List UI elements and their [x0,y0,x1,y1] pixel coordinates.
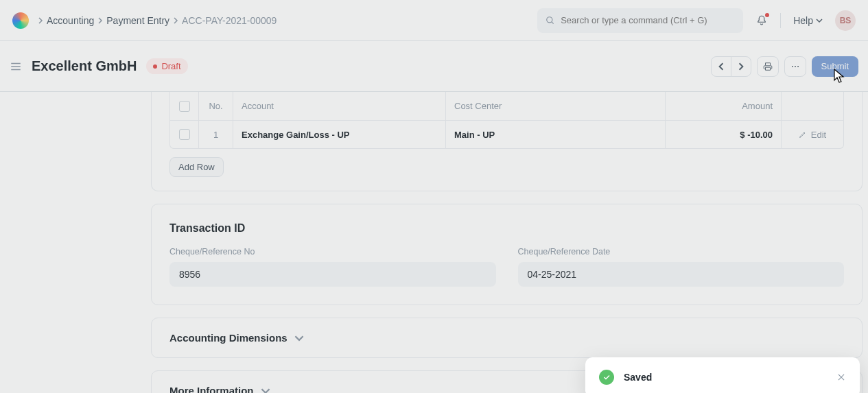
chevron-down-icon [261,386,270,394]
notifications-icon[interactable] [755,14,768,27]
accounting-dimensions-card: Accounting Dimensions [151,318,863,358]
toast-text: Saved [624,372,652,383]
help-label: Help [793,15,813,26]
toast-saved: Saved [585,357,860,393]
cheque-ref-date-label: Cheque/Reference Date [518,247,845,257]
svg-point-1 [792,66,793,67]
svg-point-0 [547,16,552,22]
field-cheque-ref-date: Cheque/Reference Date 04-25-2021 [518,247,845,287]
accounting-dimensions-label: Accounting Dimensions [169,332,288,344]
transaction-id-card: Transaction ID Cheque/Reference No 8956 … [151,204,863,305]
toast-close-button[interactable] [836,372,846,382]
search-icon [546,16,555,25]
cheque-ref-no-label: Cheque/Reference No [169,247,496,257]
header-no: No. [199,92,233,120]
breadcrumb-current: ACC-PAY-2021-00009 [182,15,277,26]
add-row-button[interactable]: Add Row [169,157,224,177]
more-menu-button[interactable] [784,56,806,77]
close-icon [836,372,846,382]
chevron-down-icon [294,333,304,343]
header-checkbox-cell [170,92,199,120]
page-title: Excellent GmbH [32,58,137,74]
row-checkbox[interactable] [179,129,190,140]
select-all-checkbox[interactable] [179,101,190,112]
table-header-row: No. Account Cost Center Amount [170,92,843,121]
help-menu[interactable]: Help [793,15,823,26]
row-edit-button[interactable]: Edit [799,130,826,140]
chevron-right-icon [172,17,179,24]
breadcrumb-accounting[interactable]: Accounting [47,15,94,26]
table-row[interactable]: 1 Exchange Gain/Loss - UP Main - UP $ -1… [170,121,843,148]
page-toolbar: Excellent GmbH Draft Submit [0,41,868,92]
accounting-dimensions-toggle[interactable]: Accounting Dimensions [169,332,844,344]
search-input[interactable] [561,15,735,25]
breadcrumb-payment-entry[interactable]: Payment Entry [106,15,169,26]
chevron-right-icon [97,17,104,24]
header-actions [782,92,843,120]
deductions-table-card: No. Account Cost Center Amount 1 Exchang… [151,92,863,191]
sidebar-toggle-icon[interactable] [10,60,22,73]
avatar[interactable]: BS [835,10,856,31]
pencil-icon [799,130,807,139]
header-account: Account [233,92,446,120]
section-title-transaction: Transaction ID [169,222,844,235]
field-cheque-ref-no: Cheque/Reference No 8956 [169,247,496,287]
header-cost-center: Cost Center [446,92,666,120]
chevron-right-icon [737,62,745,71]
prev-doc-button[interactable] [711,56,731,77]
more-information-label: More Information [169,385,254,393]
svg-point-3 [797,66,799,67]
cheque-ref-no-value[interactable]: 8956 [169,262,496,287]
edit-label: Edit [811,130,826,140]
svg-point-2 [795,66,796,67]
row-cost-center[interactable]: Main - UP [446,121,666,148]
cheque-ref-date-value[interactable]: 04-25-2021 [518,262,845,287]
row-amount[interactable]: $ -10.00 [666,121,782,148]
submit-button[interactable]: Submit [812,56,858,77]
row-account[interactable]: Exchange Gain/Loss - UP [233,121,446,148]
status-badge: Draft [146,58,187,74]
app-logo-icon[interactable] [12,12,29,29]
print-button[interactable] [757,56,779,77]
chevron-right-icon [37,17,44,24]
top-navbar: Accounting Payment Entry ACC-PAY-2021-00… [0,0,868,41]
header-amount: Amount [666,92,782,120]
row-no: 1 [199,121,233,148]
chevron-down-icon [816,17,823,24]
printer-icon [763,62,773,71]
success-icon [599,370,614,385]
dots-icon [790,62,800,71]
chevron-left-icon [717,62,725,71]
global-search[interactable] [537,8,743,33]
divider [780,13,781,28]
next-doc-button[interactable] [731,56,751,77]
